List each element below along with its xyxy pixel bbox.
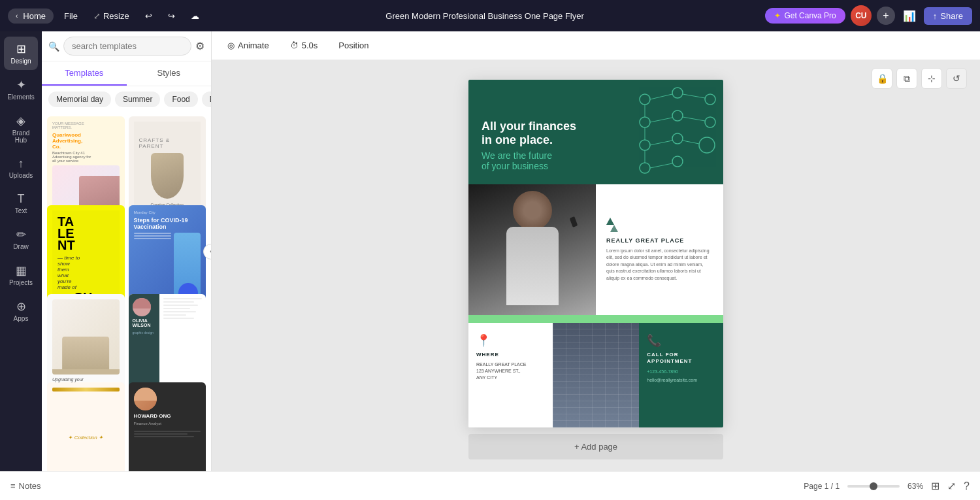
filter-button[interactable]: ⚙ xyxy=(195,40,204,52)
add-collaborator-button[interactable]: + xyxy=(877,7,895,25)
notes-label: Notes xyxy=(19,481,41,491)
elements-icon: ✦ xyxy=(16,78,26,92)
duration-button[interactable]: ⏱ 5.0s xyxy=(285,38,323,53)
position-button[interactable]: Position xyxy=(333,38,374,53)
undo-button[interactable]: ↩ xyxy=(140,8,157,24)
search-input[interactable] xyxy=(63,37,191,56)
resize-button[interactable]: ⤢ Resize xyxy=(88,8,135,24)
document-canvas: All your financesin one place. We are th… xyxy=(468,80,723,427)
lock-icon: 🔒 xyxy=(877,73,888,84)
draw-icon: ✏ xyxy=(16,227,26,242)
doc-call-email: hello@reallyreatsite.com xyxy=(647,378,715,382)
notes-button[interactable]: ≡ Notes xyxy=(10,481,41,491)
sidebar-item-uploads-label: Uploads xyxy=(9,172,33,179)
sidebar-item-design[interactable]: ⊞ Design xyxy=(4,37,38,70)
chip-food[interactable]: Food xyxy=(164,92,197,107)
help-button[interactable]: ? xyxy=(964,480,970,492)
share-label: Share xyxy=(940,11,963,21)
sidebar-item-elements[interactable]: ✦ Elements xyxy=(4,73,38,106)
refresh-icon: ↺ xyxy=(953,73,960,84)
svg-line-12 xyxy=(683,94,705,98)
sidebar-item-uploads[interactable]: ↑ Uploads xyxy=(4,152,38,184)
chip-summer[interactable]: Summer xyxy=(115,92,160,107)
design-icon: ⊞ xyxy=(16,42,26,56)
share-button[interactable]: ↑ Share xyxy=(924,7,972,25)
document-title: Green Modern Profesional Business One Pa… xyxy=(210,11,760,21)
canvas-scroll[interactable]: 🔒 ⧉ ⊹ ↺ xyxy=(212,60,980,471)
avatar-initials: CU xyxy=(855,11,866,20)
doc-header-section: All your financesin one place. We are th… xyxy=(468,80,723,184)
lock-button[interactable]: 🔒 xyxy=(872,68,892,89)
duration-label: 5.0s xyxy=(302,41,318,50)
doc-where: 📍 WHERE REALLY GREAT PLACE123 ANYWHERE S… xyxy=(468,323,553,427)
svg-line-11 xyxy=(650,94,672,99)
sidebar-item-brand-hub[interactable]: ◈ Brand Hub xyxy=(4,108,38,149)
tab-templates[interactable]: Templates xyxy=(42,61,127,86)
avatar[interactable]: CU xyxy=(851,5,872,26)
svg-marker-21 xyxy=(606,218,614,225)
canvas-toolbar: ◎ Animate ⏱ 5.0s Position xyxy=(212,31,980,60)
svg-marker-22 xyxy=(610,225,618,232)
cloud-button[interactable]: ☁ xyxy=(186,8,204,24)
sidebar-item-projects[interactable]: ▦ Projects xyxy=(4,258,38,292)
tab-styles[interactable]: Styles xyxy=(127,61,212,86)
sidebar-item-projects-label: Projects xyxy=(9,279,33,286)
duplicate-button[interactable]: ⧉ xyxy=(896,68,917,89)
share-icon: ↑ xyxy=(933,11,938,21)
sidebar-item-draw[interactable]: ✏ Draw xyxy=(4,222,38,256)
grid-view-button[interactable]: ⊞ xyxy=(931,480,939,492)
sidebar-item-apps[interactable]: ⊕ Apps xyxy=(4,294,38,327)
brand-hub-icon: ◈ xyxy=(16,114,25,128)
canva-pro-button[interactable]: ✦ Get Canva Pro xyxy=(765,8,845,24)
doc-call-number: +123-456-7890 xyxy=(647,369,715,374)
template-card-8[interactable]: HOWARD ONG Finance Analyst xyxy=(129,382,206,471)
sidebar-item-elements-label: Elements xyxy=(7,93,35,101)
notes-icon: ≡ xyxy=(10,481,16,491)
doc-body-text: Lorem ipsum dolor sit amet, consectetur … xyxy=(606,248,713,282)
add-page-button[interactable]: + Add page xyxy=(468,434,723,459)
help-icon: ? xyxy=(964,480,970,492)
animate-icon: ◎ xyxy=(227,41,235,50)
home-button[interactable]: ‹ Home xyxy=(8,8,54,24)
more-options-button[interactable]: ⊹ xyxy=(921,68,942,89)
analytics-button[interactable]: 📊 xyxy=(900,7,919,25)
file-button[interactable]: File xyxy=(59,8,83,24)
svg-point-2 xyxy=(705,94,715,105)
fullscreen-button[interactable]: ⤢ xyxy=(947,480,956,492)
svg-point-0 xyxy=(640,94,650,105)
animate-label: Animate xyxy=(238,41,269,50)
phone-icon: 📞 xyxy=(647,333,715,348)
chevron-left-icon: ‹ xyxy=(16,12,18,20)
templates-grid: YOUR MESSAGEMATTERS. QuarkwoodAdvertisin… xyxy=(42,112,211,471)
bottom-bar: ≡ Notes Page 1 / 1 63% ⊞ ⤢ ? xyxy=(0,471,980,500)
slider-thumb xyxy=(870,482,877,490)
doc-main-title: All your financesin one place. xyxy=(482,120,710,148)
doc-bottom-section: 📍 WHERE REALLY GREAT PLACE123 ANYWHERE S… xyxy=(468,323,723,427)
clock-icon: ⏱ xyxy=(290,41,299,50)
chip-blue[interactable]: Blue xyxy=(202,92,211,107)
file-label: File xyxy=(64,11,78,21)
refresh-button[interactable]: ↺ xyxy=(946,68,967,89)
slider-track[interactable] xyxy=(847,485,900,488)
zoom-slider[interactable] xyxy=(847,485,900,488)
topbar-right: ✦ Get Canva Pro CU + 📊 ↑ Share xyxy=(765,5,972,26)
grid-icon: ⊞ xyxy=(931,480,939,492)
template-card-7[interactable]: ✦ Collection ✦ xyxy=(47,382,125,471)
sidebar-item-draw-label: Draw xyxy=(13,243,28,250)
chip-memorial-day[interactable]: Memorial day xyxy=(48,92,111,107)
star-icon: ✦ xyxy=(774,11,781,20)
sidebar-item-text[interactable]: T Text xyxy=(4,187,38,220)
apps-icon: ⊕ xyxy=(16,299,26,314)
zoom-level: 63% xyxy=(907,482,923,491)
panel-tabs: Templates Styles xyxy=(42,61,211,86)
dots-icon: ⊹ xyxy=(928,73,936,84)
doc-building xyxy=(553,323,640,427)
fullscreen-icon: ⤢ xyxy=(947,480,956,492)
doc-photo-section: REALLY GREAT PLACE Lorem ipsum dolor sit… xyxy=(468,184,723,315)
sidebar-item-design-label: Design xyxy=(10,58,31,65)
pin-icon: 📍 xyxy=(476,333,545,348)
redo-button[interactable]: ↪ xyxy=(163,8,180,24)
sidebar-item-apps-label: Apps xyxy=(14,315,29,322)
cloud-icon: ☁ xyxy=(191,11,199,21)
animate-button[interactable]: ◎ Animate xyxy=(222,38,274,53)
